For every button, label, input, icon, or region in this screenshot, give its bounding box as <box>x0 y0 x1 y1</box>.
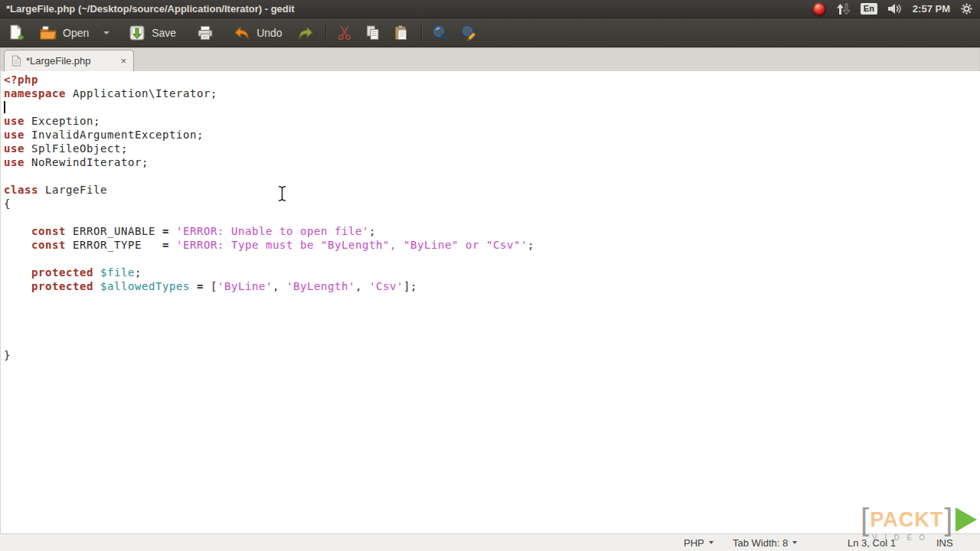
screen-recorder-icon[interactable] <box>812 2 826 16</box>
language-label: PHP <box>684 537 704 549</box>
copy-icon <box>364 24 382 42</box>
new-document-button[interactable] <box>7 21 25 45</box>
print-icon <box>196 24 214 42</box>
toolbar-separator <box>325 24 326 42</box>
code-line: use InvalidArgumentException; <box>4 128 980 142</box>
open-folder-icon <box>39 24 57 42</box>
system-tray: En 2:57 PM <box>812 2 980 16</box>
tab-close-button[interactable]: × <box>120 56 126 66</box>
code-line: protected $allowedTypes = ['ByLine', 'By… <box>4 279 980 293</box>
code-line: { <box>4 197 980 210</box>
tab-bar: *LargeFile.php × <box>0 47 980 71</box>
file-icon <box>11 55 21 67</box>
code-line: namespace Application\Iterator; <box>4 86 980 100</box>
replace-button[interactable] <box>460 21 479 45</box>
tab-width-label: Tab Width: 8 <box>733 537 788 549</box>
paste-clipboard-icon <box>392 24 410 42</box>
undo-button[interactable]: Undo <box>233 21 282 45</box>
code-line: <?php <box>4 73 980 86</box>
cut-scissors-icon <box>335 24 354 42</box>
code-line <box>4 100 980 114</box>
clock[interactable]: 2:57 PM <box>913 3 950 15</box>
find-button[interactable] <box>431 21 449 45</box>
search-icon <box>431 24 449 42</box>
new-document-icon <box>7 24 25 42</box>
code-line: class LargeFile <box>4 183 980 197</box>
redo-button[interactable] <box>296 21 315 45</box>
save-button[interactable]: Save <box>128 21 176 45</box>
code-editor[interactable]: <?phpnamespace Application\Iterator;use … <box>0 71 980 533</box>
top-panel: *LargeFile.php (~/Desktop/source/Applica… <box>0 0 980 18</box>
insert-mode-indicator: INS <box>936 534 953 551</box>
code-line: protected $file; <box>4 266 980 279</box>
print-button[interactable] <box>196 21 214 45</box>
status-bar: PHP Tab Width: 8 Ln 3, Col 1 INS <box>0 533 980 551</box>
chevron-down-icon <box>792 541 797 544</box>
tab-label: *LargeFile.php <box>26 55 116 67</box>
open-button[interactable]: Open <box>39 21 109 45</box>
open-dropdown-arrow-icon[interactable] <box>103 31 109 34</box>
save-button-label: Save <box>152 27 176 39</box>
tab-largefile[interactable]: *LargeFile.php × <box>4 50 134 71</box>
copy-button[interactable] <box>364 21 382 45</box>
tab-width-selector[interactable]: Tab Width: 8 <box>733 534 797 551</box>
undo-button-label: Undo <box>256 27 282 39</box>
language-selector[interactable]: PHP <box>684 534 714 551</box>
paste-button[interactable] <box>392 21 410 45</box>
code-line <box>4 169 980 183</box>
window-title: *LargeFile.php (~/Desktop/source/Applica… <box>6 3 812 15</box>
toolbar: Open Save Undo <box>0 18 980 47</box>
undo-icon <box>233 24 251 42</box>
code-line <box>4 293 980 307</box>
save-icon <box>128 24 146 42</box>
code-line: use Exception; <box>4 114 980 128</box>
code-line <box>4 307 980 321</box>
code-line: const ERROR_TYPE = 'ERROR: Type must be … <box>4 238 980 252</box>
session-gear-icon[interactable] <box>960 2 973 15</box>
code-line <box>4 321 980 334</box>
toolbar-separator <box>421 24 422 42</box>
cut-button[interactable] <box>335 21 354 45</box>
chevron-down-icon <box>709 541 714 544</box>
code-line: use SplFileObject; <box>4 142 980 155</box>
find-replace-icon <box>460 24 479 42</box>
open-button-label: Open <box>63 27 89 39</box>
gedit-window: *LargeFile.php (~/Desktop/source/Applica… <box>0 0 980 551</box>
code-line: const ERROR_UNABLE = 'ERROR: Unable to o… <box>4 224 980 238</box>
code-line <box>4 334 980 348</box>
redo-icon <box>296 24 315 42</box>
code-line <box>4 210 980 224</box>
volume-icon[interactable] <box>887 3 903 15</box>
text-cursor <box>4 101 5 113</box>
network-sync-icon[interactable] <box>836 3 851 15</box>
code-line <box>4 252 980 266</box>
cursor-position-indicator: Ln 3, Col 1 <box>848 534 896 551</box>
code-line: } <box>4 348 980 362</box>
keyboard-layout-indicator[interactable]: En <box>861 3 877 15</box>
code-line: use NoRewindIterator; <box>4 155 980 169</box>
